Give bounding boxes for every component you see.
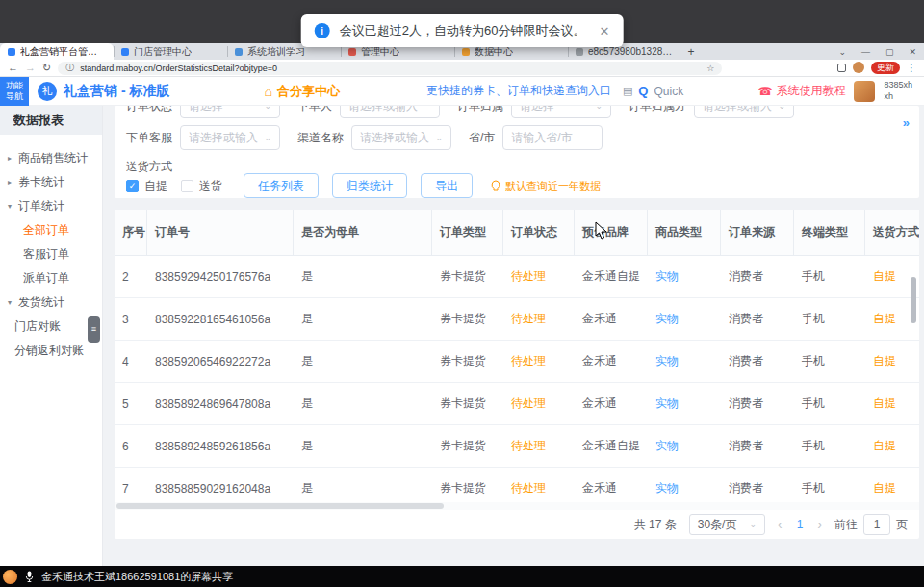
horizontal-scrollbar-thumb[interactable]	[116, 503, 444, 509]
sidebar-item-label: 券卡统计	[18, 174, 64, 191]
prev-page-button[interactable]: ‹	[778, 517, 783, 532]
cell-brand: 金禾通	[575, 480, 648, 497]
filters-panel: 订单状态请选择⌄下单人请选择或输入订单归属请选择⌄订单归属方请选择或输入⌄ 下单…	[115, 106, 919, 198]
cell-is_parent: 是	[294, 311, 432, 327]
sidebar-item-dispatch-orders[interactable]: 派单订单	[0, 267, 102, 291]
share-center-link[interactable]: ⌂ 合分享中心	[264, 83, 339, 100]
chevron-icon: ▸	[8, 178, 18, 187]
cell-product_type[interactable]: 实物	[648, 396, 721, 412]
goto-unit: 页	[896, 517, 908, 533]
browser-tab[interactable]: 礼盒营销平台管理中心	[0, 43, 114, 60]
cell-terminal: 手机	[794, 438, 865, 454]
next-page-button[interactable]: ›	[817, 517, 822, 532]
share-center-icon: ⌂	[264, 84, 271, 99]
maximize-icon[interactable]: ▢	[878, 47, 902, 57]
chevron-down-icon: ⌄	[749, 520, 757, 529]
browser-tab[interactable]: 门店管理中心	[114, 43, 227, 60]
filter-placeholder: 请选择或输入	[360, 130, 429, 146]
filter-buttons: 任务列表归类统计导出	[244, 173, 473, 198]
filter-input[interactable]: 请输入省/市	[502, 125, 603, 150]
reload-icon[interactable]: ↻	[42, 63, 51, 73]
sidebar-item-card-stats[interactable]: ▸券卡统计	[0, 170, 102, 194]
group-stats-button[interactable]: 归类统计	[332, 173, 407, 198]
goto-page-input[interactable]	[863, 514, 890, 535]
quick-entry: 更快捷的券卡、订单和快递查询入口 ▤ Q Quick	[426, 83, 683, 99]
delivery-checkbox[interactable]: 送货	[181, 178, 222, 194]
tutorial-link[interactable]: ☎ 系统使用教程	[758, 83, 846, 99]
filter-input[interactable]: 请选择或输入⌄	[694, 106, 794, 118]
column-header: 是否为母单	[294, 210, 432, 255]
filter-input[interactable]: 请选择或输入⌄	[180, 125, 280, 150]
page-info-icon[interactable]: ⓘ	[65, 62, 74, 74]
cell-order_type: 券卡提货	[432, 353, 503, 370]
filter-label: 订单归属	[457, 106, 503, 115]
expand-filters-icon[interactable]: »	[903, 115, 910, 130]
chevron-down-icon: ⌄	[595, 106, 603, 111]
filter-input[interactable]: 请选择⌄	[511, 106, 611, 118]
cell-source: 消费者	[721, 480, 794, 497]
cell-source: 消费者	[721, 268, 794, 285]
browser-update-button[interactable]: 更新	[871, 62, 900, 74]
cell-order_no: 83858924869647808a	[147, 397, 294, 411]
sidebar-collapse-handle[interactable]: ≡	[88, 316, 100, 343]
sidebar-item-label: 订单统计	[18, 198, 64, 215]
cell-brand: 金禾通	[575, 353, 648, 370]
sidebar: 数据报表 ▸商品销售统计▸券卡统计▾订单统计全部订单客服订单派单订单▾发货统计门…	[0, 106, 103, 566]
tab-title: 系统培训学习	[247, 45, 305, 59]
cell-brand: 金禾通自提	[575, 438, 648, 454]
tab-search-icon[interactable]: ⌄	[831, 47, 854, 57]
cell-product_type[interactable]: 实物	[648, 480, 721, 497]
task-list-button[interactable]: 任务列表	[244, 173, 319, 198]
sidebar-item-service-orders[interactable]: 客服订单	[0, 242, 102, 267]
page-size-select[interactable]: 30条/页 ⌄	[689, 514, 765, 535]
filter-label: 下单人	[297, 106, 332, 115]
sidebar-item-distribution-rebate[interactable]: 分销返利对账	[0, 339, 102, 363]
meeting-banner-text: 会议已超过2人，自动转为60分钟限时会议。	[340, 22, 586, 39]
sidebar-item-all-orders[interactable]: 全部订单	[0, 218, 102, 242]
cell-product_type[interactable]: 实物	[648, 438, 721, 454]
browser-profile-avatar[interactable]	[853, 62, 864, 73]
forward-icon[interactable]: →	[25, 63, 36, 73]
page-number-current[interactable]: 1	[795, 518, 806, 531]
column-header: 预售品牌	[575, 210, 648, 255]
cell-seq: 4	[115, 355, 147, 369]
new-tab-button[interactable]: +	[681, 43, 701, 60]
cell-product_type[interactable]: 实物	[648, 268, 721, 285]
table-header-row: 序号订单号是否为母单订单类型订单状态预售品牌商品类型订单来源终端类型送货方式	[115, 210, 919, 256]
sidebar-item-product-sales-stats[interactable]: ▸商品销售统计	[0, 146, 102, 170]
filter-input[interactable]: 请选择或输入	[340, 106, 440, 118]
tab-favicon-icon	[576, 48, 583, 56]
url-bar[interactable]: ⓘ standard.maboy.cn/OrderStatisticsDetai…	[58, 62, 722, 75]
checkbox-label: 送货	[199, 178, 222, 194]
sidebar-item-order-stats[interactable]: ▾订单统计	[0, 194, 102, 218]
brand-logo-icon: 礼	[38, 82, 57, 101]
vertical-scrollbar-thumb[interactable]	[911, 277, 916, 323]
delivery-checkbox[interactable]: ✓自提	[126, 178, 167, 194]
filter-placeholder: 请选择	[189, 106, 223, 115]
horizontal-scrollbar[interactable]	[115, 502, 919, 510]
sidebar-item-label: 客服订单	[23, 246, 69, 263]
back-icon[interactable]: ←	[8, 63, 18, 73]
user-avatar[interactable]	[854, 81, 875, 102]
close-icon[interactable]: ✕	[599, 24, 609, 38]
minimize-icon[interactable]: —	[854, 47, 878, 57]
cell-product_type[interactable]: 实物	[648, 353, 721, 370]
filter-actions-row: ✓自提送货 任务列表归类统计导出 默认查询近一年数据	[126, 173, 908, 198]
export-button[interactable]: 导出	[421, 173, 473, 198]
page-size-value: 30条/页	[698, 517, 737, 533]
browser-menu-icon[interactable]: ⋮	[907, 63, 916, 73]
window-close-icon[interactable]: ✕	[901, 47, 924, 57]
cell-is_parent: 是	[294, 396, 432, 412]
tab-title: e8c573980b1328a258fd2e6il	[588, 46, 674, 57]
cell-product_type[interactable]: 实物	[648, 311, 721, 327]
filter-input[interactable]: 请选择或输入⌄	[351, 125, 451, 150]
bookmark-star-icon[interactable]: ☆	[706, 64, 714, 73]
sidebar-item-shipping-stats[interactable]: ▾发货统计	[0, 291, 102, 315]
extensions-icon[interactable]	[837, 64, 846, 72]
cell-terminal: 手机	[794, 268, 865, 285]
tab-favicon-icon	[462, 48, 470, 56]
function-nav-toggle[interactable]: 功能 导航	[0, 77, 29, 106]
quick-entry-link[interactable]: 更快捷的券卡、订单和快递查询入口	[426, 83, 611, 99]
filter-input[interactable]: 请选择⌄	[180, 106, 280, 118]
tab-favicon-icon	[348, 48, 356, 56]
